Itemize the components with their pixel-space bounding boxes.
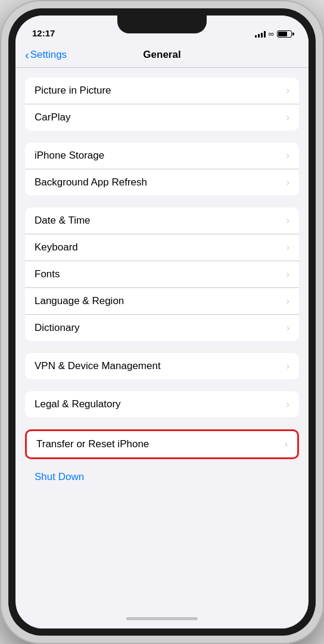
chevron-icon: › <box>286 296 289 306</box>
vpn-device-management-label: VPN & Device Management <box>35 360 282 372</box>
date-and-time-label: Date & Time <box>35 215 282 227</box>
language-and-region-label: Language & Region <box>35 295 282 307</box>
chevron-icon: › <box>286 215 289 226</box>
nav-bar: ‹ Settings General <box>15 42 309 68</box>
shutdown-label: Shut Down <box>35 471 84 482</box>
chevron-icon: › <box>286 112 289 123</box>
settings-row-fonts[interactable]: Fonts › <box>25 261 299 287</box>
settings-group-3: Date & Time › Keyboard › Fonts › Languag… <box>25 208 299 341</box>
settings-row-picture-in-picture[interactable]: Picture in Picture › <box>25 78 299 104</box>
wifi-icon: ∞ <box>269 29 274 38</box>
iphone-storage-label: iPhone Storage <box>35 150 282 162</box>
shutdown-row[interactable]: Shut Down <box>25 464 299 490</box>
chevron-icon: › <box>286 269 289 280</box>
chevron-icon: › <box>286 242 289 253</box>
home-bar <box>126 617 198 620</box>
background-app-refresh-label: Background App Refresh <box>35 177 282 188</box>
chevron-icon: › <box>286 399 289 410</box>
settings-row-legal-regulatory[interactable]: Legal & Regulatory › <box>25 391 299 417</box>
settings-row-transfer-reset[interactable]: Transfer or Reset iPhone › <box>27 431 297 457</box>
phone-frame: 12:17 ∞ ‹ Se <box>0 0 324 644</box>
carplay-label: CarPlay <box>35 112 282 123</box>
back-arrow-icon: ‹ <box>25 49 29 61</box>
settings-row-keyboard[interactable]: Keyboard › <box>25 234 299 261</box>
settings-row-background-app-refresh[interactable]: Background App Refresh › <box>25 169 299 196</box>
chevron-icon: › <box>286 177 289 188</box>
settings-group-4: VPN & Device Management › <box>25 353 299 379</box>
picture-in-picture-label: Picture in Picture <box>35 85 282 97</box>
settings-row-language-and-region[interactable]: Language & Region › <box>25 287 299 314</box>
chevron-icon: › <box>286 323 289 333</box>
dictionary-label: Dictionary <box>35 322 282 334</box>
page-title: General <box>73 49 251 61</box>
chevron-icon: › <box>286 361 289 371</box>
settings-content: Picture in Picture › CarPlay › iPhone St… <box>15 68 309 608</box>
signal-icon <box>255 30 266 38</box>
settings-row-dictionary[interactable]: Dictionary › <box>25 314 299 341</box>
fonts-label: Fonts <box>35 268 282 280</box>
legal-regulatory-label: Legal & Regulatory <box>35 398 282 410</box>
phone-inner: 12:17 ∞ ‹ Se <box>8 8 316 636</box>
chevron-icon: › <box>286 85 289 96</box>
settings-group-1: Picture in Picture › CarPlay › <box>25 78 299 131</box>
back-button[interactable]: ‹ Settings <box>25 49 73 61</box>
settings-row-iphone-storage[interactable]: iPhone Storage › <box>25 143 299 169</box>
settings-group-2: iPhone Storage › Background App Refresh … <box>25 143 299 196</box>
status-time: 12:17 <box>32 28 55 38</box>
settings-row-vpn-device-management[interactable]: VPN & Device Management › <box>25 353 299 379</box>
battery-icon <box>277 30 292 38</box>
chevron-icon: › <box>286 150 289 161</box>
settings-group-5: Legal & Regulatory › <box>25 391 299 417</box>
back-label: Settings <box>30 49 67 61</box>
settings-row-carplay[interactable]: CarPlay › <box>25 104 299 131</box>
notch <box>117 16 207 33</box>
settings-row-date-and-time[interactable]: Date & Time › <box>25 208 299 234</box>
chevron-icon: › <box>285 439 288 450</box>
transfer-reset-label: Transfer or Reset iPhone <box>36 438 280 450</box>
status-icons: ∞ <box>255 29 292 38</box>
home-indicator <box>15 608 309 628</box>
keyboard-label: Keyboard <box>35 242 282 253</box>
screen: 12:17 ∞ ‹ Se <box>15 16 309 628</box>
transfer-reset-group: Transfer or Reset iPhone › <box>25 429 299 459</box>
